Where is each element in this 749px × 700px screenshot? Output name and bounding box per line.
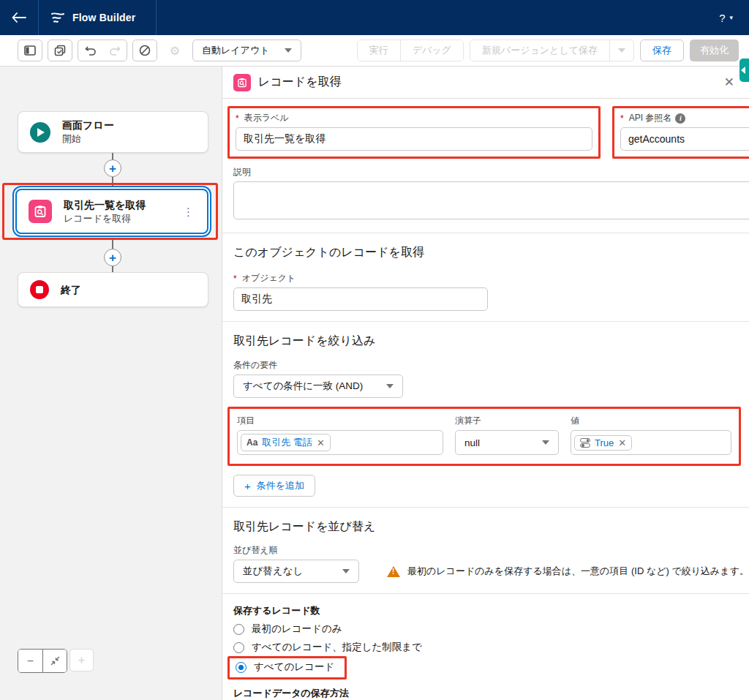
add-element-button-2[interactable]: + [104,249,121,266]
undo-icon [85,45,97,56]
chevron-left-icon [741,67,745,74]
flow-canvas[interactable]: 画面フロー 開始 + 取引先一覧を取得 レコードを取得 ⋮ + 終了 [0,67,222,700]
zoom-group: − [18,649,67,673]
help-menu[interactable]: ? ▾ [719,12,749,24]
filter-section-heading: 取引先レコードを絞り込み [233,334,749,349]
operator-value: null [464,437,480,448]
settings-button[interactable]: ⚙ [162,39,187,61]
undo-redo-group [78,39,127,61]
get-records-node-title: 取引先一覧を取得 [64,198,146,212]
annotation-box-api-field: *API 参照名i [612,106,749,159]
toolbar-left-group: ⚙ 自動レイアウト [18,39,301,61]
radio-all-records[interactable]: すべてのレコード [236,661,334,674]
expand-panel-tab-button[interactable] [739,59,749,82]
element-config-panel: レコードを取得 ✕ *表示ラベル *API 参照名i 説明 [222,67,749,700]
chevron-down-icon [386,384,394,388]
end-icon [30,280,49,299]
end-node[interactable]: 終了 [18,272,208,307]
operator-select[interactable]: null [455,430,559,455]
add-condition-button[interactable]: + 条件を追加 [233,475,315,497]
condition-value-label: 値 [571,415,731,427]
redo-icon [109,45,121,56]
record-count-label: 保存するレコード数 [233,604,749,617]
info-icon[interactable]: i [675,113,685,124]
plus-icon: + [244,480,251,492]
api-name-input[interactable] [620,127,749,151]
connector-line [112,240,113,249]
radio-first-record-label: 最初のレコードのみ [252,622,342,636]
activate-button[interactable]: 有効化 [690,39,739,61]
app-title: Flow Builder [72,12,135,23]
condition-value-input[interactable]: True ✕ [571,430,731,455]
gear-icon: ⚙ [170,44,180,58]
panel-body: *表示ラベル *API 参照名i 説明 このオブジェクトのレコードを取得 *オブ… [222,99,749,700]
field-pill: Aa 取引先 電話 ✕ [241,434,331,451]
undo-button[interactable] [78,40,102,61]
node-menu-button[interactable]: ⋮ [178,203,198,220]
plus-icon: + [78,653,86,668]
redo-button[interactable] [102,40,127,61]
help-label: ? [719,12,725,24]
section-divider-3 [222,507,749,508]
remove-pill-icon[interactable]: ✕ [317,437,325,448]
add-element-button[interactable]: + [104,159,121,177]
save-as-new-version-button[interactable]: 新規バージョンとして保存 [470,40,609,61]
remove-pill-icon[interactable]: ✕ [618,437,626,448]
debug-button[interactable]: デバッグ [401,40,463,61]
close-icon[interactable]: ✕ [720,73,739,91]
back-arrow-icon [12,12,26,23]
get-records-node[interactable]: 取引先一覧を取得 レコードを取得 ⋮ [15,189,208,234]
value-pill-label: True [595,437,614,448]
disable-flow-button[interactable] [132,39,157,61]
condition-requirement-select[interactable]: すべての条件に一致 (AND) [233,375,403,398]
zoom-fit-button[interactable] [42,650,67,672]
copy-elements-icon [54,45,66,56]
select-elements-button[interactable] [48,39,72,61]
get-records-node-subtitle: レコードを取得 [64,212,146,225]
storage-method-label: レコードデータの保存方法 [233,687,749,700]
chevron-down-icon [342,569,350,573]
annotation-box-condition-row: 項目 Aa 取引先 電話 ✕ 演算子 null [227,407,741,466]
run-button[interactable]: 実行 [358,40,400,61]
object-field-label: *オブジェクト [233,272,749,285]
sort-section-heading: 取引先レコードを並び替え [233,519,749,535]
zoom-out-button[interactable]: − [18,650,42,672]
description-textarea[interactable] [233,181,749,219]
radio-icon [233,642,244,653]
zoom-in-button[interactable]: + [69,649,94,671]
panel-title: レコードを取得 [258,75,342,90]
prohibit-icon [139,45,151,56]
sort-order-value: 並び替えなし [243,565,303,578]
annotation-box-label-field: *表示ラベル [227,106,601,159]
screen-flow-start-icon [30,122,50,143]
end-node-title: 終了 [61,283,81,297]
connector-line [112,266,113,272]
label-field-label: *表示ラベル [236,112,592,124]
minus-icon: − [27,655,34,668]
connector-line [112,177,113,189]
condition-field-label: 項目 [237,415,443,427]
condition-field-input[interactable]: Aa 取引先 電話 ✕ [237,430,443,455]
help-caret-icon: ▾ [729,14,733,21]
flow-builder-logo-icon [50,11,65,24]
back-button[interactable] [0,0,38,35]
panel-header: レコードを取得 ✕ [222,67,749,99]
start-node[interactable]: 画面フロー 開始 [18,111,208,153]
toolbar-right-group: 実行 デバッグ 新規バージョンとして保存 保存 有効化 [357,39,739,61]
builder-toolbar: ⚙ 自動レイアウト 実行 デバッグ 新規バージョンとして保存 保存 有効化 [0,35,749,67]
save-as-new-caret-button[interactable] [610,40,633,61]
chevron-down-icon [618,48,625,53]
layout-mode-select[interactable]: 自動レイアウト [192,39,301,61]
condition-requirement-label: 条件の要件 [233,359,749,372]
radio-all-records-limit[interactable]: すべてのレコード、指定した制限まで [233,641,749,654]
layout-mode-label: 自動レイアウト [202,44,270,57]
value-pill: True ✕ [574,435,632,451]
object-input[interactable] [233,287,488,311]
sort-order-select[interactable]: 並び替えなし [233,560,359,583]
label-input[interactable] [236,127,592,151]
save-button[interactable]: 保存 [640,39,684,61]
radio-first-record[interactable]: 最初のレコードのみ [233,622,749,636]
condition-operator-label: 演算子 [455,415,559,427]
toggle-toolbox-button[interactable] [18,39,42,61]
top-header: Flow Builder ? ▾ [0,0,749,35]
